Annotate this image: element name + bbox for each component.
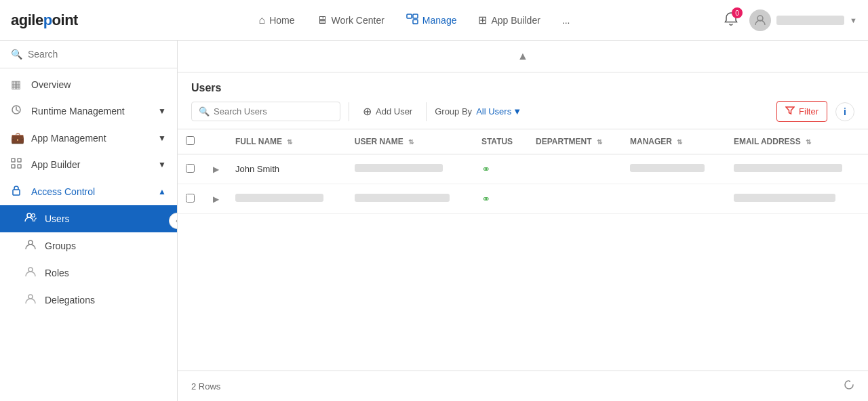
top-navigation: agilepoint ⌂ Home 🖥 Work Center Manage ⊞… — [0, 0, 868, 41]
row1-status: ⚭ — [473, 154, 528, 184]
user-avatar — [749, 9, 771, 31]
row2-checkbox-cell — [178, 184, 205, 214]
svg-rect-6 — [18, 159, 21, 162]
sidebar-item-app-builder[interactable]: App Builder ▼ — [0, 151, 177, 178]
header-expand-col — [205, 129, 227, 154]
nav-app-builder-label: App Builder — [491, 15, 540, 26]
delegations-icon — [24, 293, 38, 307]
app-logo: agilepoint — [11, 12, 78, 29]
nav-home[interactable]: ⌂ Home — [250, 9, 304, 32]
sidebar-item-overview[interactable]: ▦ Overview — [0, 71, 177, 98]
group-by-area: Group By All Users ▼ — [435, 106, 521, 117]
nav-app-builder[interactable]: ⊞ App Builder — [469, 8, 549, 32]
filter-icon — [785, 106, 795, 117]
row1-full-name-value: John Smith — [235, 164, 279, 174]
logo-dot: p — [43, 12, 52, 28]
user-name-label: USER NAME — [355, 137, 403, 146]
search-users-box: 🔍 — [191, 102, 340, 121]
row2-email-value — [734, 194, 835, 202]
row2-checkbox[interactable] — [186, 194, 195, 203]
refresh-button[interactable] — [844, 379, 854, 393]
users-table: FULL NAME ⇅ USER NAME ⇅ STATUS — [178, 129, 868, 214]
sidebar-item-roles[interactable]: Roles — [0, 259, 177, 287]
nav-more[interactable]: ... — [553, 9, 580, 31]
select-all-checkbox[interactable] — [186, 136, 195, 145]
sidebar-item-access-control[interactable]: Access Control ▲ — [0, 178, 177, 205]
collapse-header-button[interactable]: ▲ — [512, 47, 534, 65]
row1-department — [528, 154, 622, 184]
svg-rect-0 — [407, 14, 412, 18]
sidebar-item-access-control-label: Access Control — [31, 186, 95, 197]
svg-point-10 — [27, 213, 31, 217]
add-user-label: Add User — [376, 106, 412, 117]
svg-point-13 — [28, 268, 33, 272]
row1-manager-value — [630, 164, 705, 172]
row1-checkbox[interactable] — [186, 164, 195, 173]
row2-email — [726, 184, 868, 214]
row1-full-name: John Smith — [227, 154, 347, 184]
app-builder-icon: ⊞ — [478, 14, 487, 26]
nav-items: ⌂ Home 🖥 Work Center Manage ⊞ App Builde… — [105, 8, 724, 33]
status-label: STATUS — [481, 137, 513, 146]
svg-rect-7 — [12, 165, 15, 168]
sidebar-item-roles-label: Roles — [45, 268, 69, 278]
runtime-icon — [11, 104, 24, 118]
nav-work-center[interactable]: 🖥 Work Center — [307, 9, 394, 32]
nav-right: 0 ▼ — [724, 9, 857, 31]
user-menu[interactable]: ▼ — [749, 9, 857, 31]
sidebar-item-app-builder-label: App Builder — [31, 159, 80, 170]
header-manager[interactable]: MANAGER ⇅ — [622, 129, 726, 154]
info-button[interactable]: i — [835, 102, 854, 121]
group-by-value-label: All Users — [476, 106, 511, 117]
department-sort-icon: ⇅ — [597, 138, 602, 146]
row1-expand-button[interactable]: ▶ — [213, 165, 219, 174]
app-mgmt-icon: 💼 — [11, 131, 24, 144]
info-icon: i — [844, 106, 846, 117]
email-label: EMAIL ADDRESS — [734, 137, 801, 146]
user-name-sort-icon: ⇅ — [408, 138, 414, 146]
header-status[interactable]: STATUS — [473, 129, 528, 154]
search-icon: 🔍 — [11, 49, 22, 60]
header-user-name[interactable]: USER NAME ⇅ — [347, 129, 473, 154]
sidebar-item-app-management[interactable]: 💼 App Management ▼ — [0, 125, 177, 151]
table-footer: 2 Rows — [178, 371, 868, 401]
header-email[interactable]: EMAIL ADDRESS ⇅ — [726, 129, 868, 154]
sidebar-item-users-label: Users — [45, 213, 70, 224]
header-full-name[interactable]: FULL NAME ⇅ — [227, 129, 347, 154]
row2-status-icon: ⚭ — [481, 193, 490, 205]
row1-username-value — [355, 164, 443, 172]
group-by-dropdown[interactable]: All Users ▼ — [476, 106, 521, 117]
row1-email — [726, 154, 868, 184]
nav-more-label: ... — [562, 15, 570, 26]
sidebar-item-runtime-label: Runtime Management — [31, 106, 125, 117]
sidebar-item-delegations[interactable]: Delegations — [0, 287, 177, 314]
add-user-button[interactable]: ⊕ Add User — [357, 102, 418, 121]
header-department[interactable]: DEPARTMENT ⇅ — [528, 129, 622, 154]
sidebar-search-area: 🔍 — [0, 41, 177, 68]
row2-expand-button[interactable]: ▶ — [213, 194, 219, 204]
filter-button[interactable]: Filter — [776, 101, 827, 122]
row2-username-value — [355, 194, 450, 202]
rows-count: 2 Rows — [191, 381, 220, 392]
main-layout: 🔍 ▦ Overview Runtime Management ▼ 💼 — [0, 41, 868, 401]
svg-rect-2 — [413, 20, 418, 24]
search-users-input[interactable] — [214, 106, 315, 117]
app-builder-chevron-icon: ▼ — [158, 160, 166, 169]
sidebar-item-groups[interactable]: Groups — [0, 232, 177, 259]
svg-point-12 — [28, 240, 33, 245]
sidebar-item-users[interactable]: Users — [0, 205, 177, 232]
table-body: ▶ John Smith ⚭ — [178, 154, 868, 214]
notifications-button[interactable]: 0 — [724, 12, 738, 28]
users-toolbar: 🔍 ⊕ Add User Group By All Users ▼ — [178, 94, 868, 129]
nav-manage[interactable]: Manage — [397, 8, 467, 33]
table-row: ▶ ⚭ — [178, 184, 868, 214]
full-name-sort-icon: ⇅ — [287, 138, 292, 146]
row2-status: ⚭ — [473, 184, 528, 214]
row2-expand-cell: ▶ — [205, 184, 227, 214]
row1-username — [347, 154, 473, 184]
sidebar-search-input[interactable] — [28, 49, 166, 60]
sidebar-item-overview-label: Overview — [31, 79, 71, 90]
sidebar-item-runtime-management[interactable]: Runtime Management ▼ — [0, 98, 177, 125]
row1-status-icon: ⚭ — [481, 163, 490, 175]
overview-icon: ▦ — [11, 78, 24, 91]
